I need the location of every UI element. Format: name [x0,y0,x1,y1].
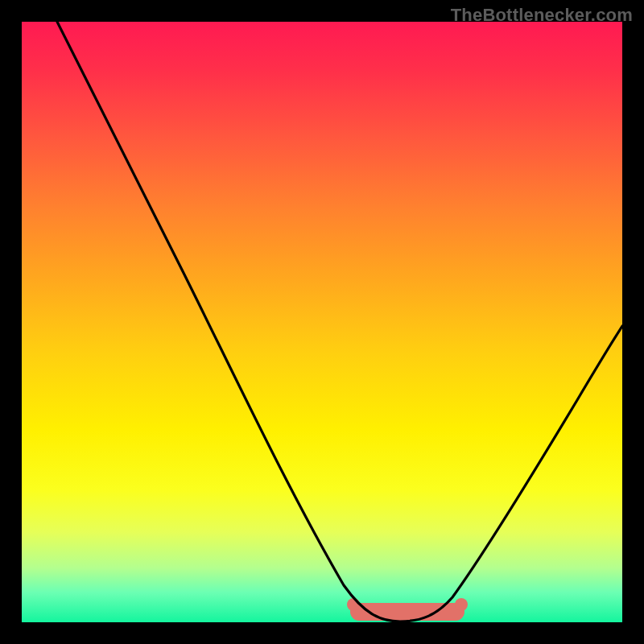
plot-area [22,22,622,622]
chart-frame: TheBottlenecker.com [0,0,644,644]
watermark-text: TheBottlenecker.com [451,5,633,26]
bottleneck-curve [22,22,622,622]
curve-path [57,22,622,621]
